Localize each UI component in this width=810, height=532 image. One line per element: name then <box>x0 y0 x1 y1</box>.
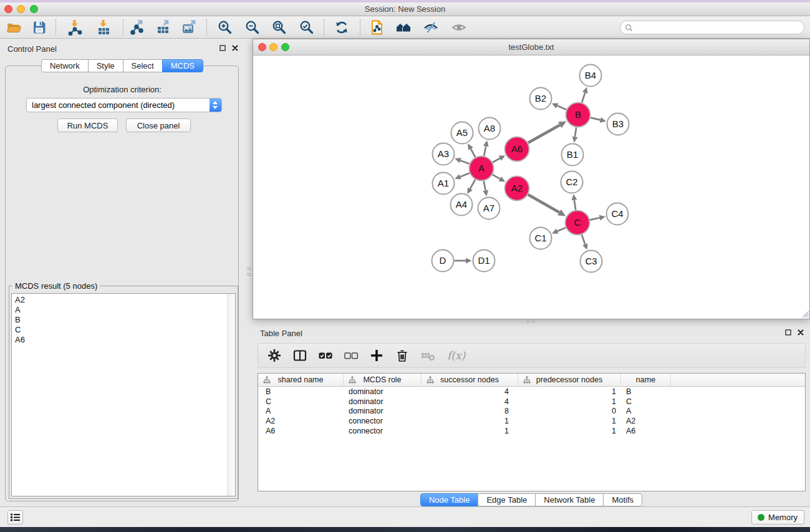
graph-edge[interactable] <box>557 106 567 110</box>
table-cell[interactable]: dominator <box>344 397 422 406</box>
tab-edge-table[interactable]: Edge Table <box>478 493 536 506</box>
close-panel-button[interactable]: Close panel <box>126 118 191 132</box>
import-network-button[interactable] <box>64 19 85 36</box>
table-cell[interactable]: A <box>621 407 671 415</box>
zoom-in-button[interactable] <box>215 19 236 36</box>
search-input[interactable] <box>620 21 804 34</box>
export-network-button[interactable] <box>126 19 147 36</box>
clear-checks-button[interactable] <box>344 348 359 363</box>
graph-edge[interactable] <box>460 173 470 177</box>
graph-edge[interactable] <box>575 127 576 137</box>
table-cell[interactable]: A6 <box>621 427 671 435</box>
refresh-layout-button[interactable] <box>331 19 352 36</box>
network-view-window[interactable]: testGlobe.txt B4B2BB3A8A5A6A3B1AA1C2A2A4… <box>253 39 810 319</box>
hide-details-button[interactable] <box>420 19 441 36</box>
column-header-shared-name[interactable]: shared name <box>258 374 344 386</box>
zoom-fit-button[interactable] <box>269 19 290 36</box>
close-table-panel-icon[interactable] <box>798 329 804 336</box>
table-cell[interactable]: C <box>258 397 344 406</box>
node-table[interactable]: shared nameMCDS rolesuccessor nodesprede… <box>258 373 806 491</box>
table-cell[interactable]: 1 <box>518 387 621 396</box>
table-cell[interactable]: 1 <box>518 397 621 406</box>
graph-edge[interactable] <box>528 195 559 212</box>
table-cell[interactable]: 4 <box>422 397 518 406</box>
table-cell[interactable]: 0 <box>518 407 621 415</box>
graph-edge[interactable] <box>471 148 475 157</box>
graph-edge[interactable] <box>582 235 585 244</box>
table-settings-gear-button[interactable] <box>267 348 282 363</box>
graph-edge[interactable] <box>590 218 600 220</box>
save-session-button[interactable] <box>29 19 50 36</box>
criterion-dropdown[interactable]: largest connected component (directed) <box>26 98 222 112</box>
graph-edge[interactable] <box>484 146 486 155</box>
table-cell[interactable]: B <box>258 387 344 396</box>
network-minimize-button[interactable] <box>269 43 277 51</box>
zoom-window-button[interactable] <box>30 5 38 13</box>
window-resize-grip[interactable] <box>800 309 809 318</box>
tab-network-table[interactable]: Network Table <box>535 493 604 506</box>
tab-network[interactable]: Network <box>41 59 89 72</box>
graph-edge[interactable] <box>591 118 600 120</box>
table-cell[interactable]: connector <box>344 417 422 425</box>
zoom-out-button[interactable] <box>242 19 263 36</box>
tab-node-table[interactable]: Node Table <box>420 493 479 506</box>
result-list-item[interactable]: C <box>15 325 235 335</box>
import-table-button[interactable] <box>93 19 114 36</box>
table-row[interactable]: Adominator80A <box>258 406 805 416</box>
export-image-button[interactable] <box>179 19 200 36</box>
network-canvas[interactable]: B4B2BB3A8A5A6A3B1AA1C2A2A4A7C4CC1C3DD1 <box>253 56 809 318</box>
column-header-name[interactable]: name <box>621 374 671 386</box>
table-cell[interactable]: A <box>258 407 344 415</box>
horizontal-splitter-grip[interactable] <box>527 319 535 323</box>
result-list-item[interactable]: A <box>15 305 235 315</box>
network-close-button[interactable] <box>258 43 266 51</box>
mcds-result-list[interactable]: A2ABCA6 <box>11 293 236 496</box>
table-cell[interactable]: 1 <box>518 427 621 435</box>
column-header-MCDS-role[interactable]: MCDS role <box>344 374 422 386</box>
delete-column-button[interactable] <box>395 348 410 363</box>
graph-edge[interactable] <box>470 180 475 189</box>
result-list-item[interactable]: A6 <box>15 335 235 345</box>
close-panel-icon[interactable] <box>232 45 238 51</box>
table-cell[interactable]: connector <box>344 427 422 435</box>
eye-button[interactable] <box>448 19 470 36</box>
table-cell[interactable]: 1 <box>422 417 518 425</box>
open-file-button[interactable] <box>3 19 24 36</box>
clone-network-button[interactable] <box>367 19 388 36</box>
float-panel-icon[interactable] <box>219 45 226 51</box>
table-row[interactable]: Cdominator41C <box>258 397 805 407</box>
graph-edge[interactable] <box>528 125 560 143</box>
network-graph[interactable]: B4B2BB3A8A5A6A3B1AA1C2A2A4A7C4CC1C3DD1 <box>253 56 809 319</box>
table-cell[interactable]: A2 <box>258 417 344 425</box>
tab-motifs[interactable]: Motifs <box>603 493 642 506</box>
table-cell[interactable]: 1 <box>422 427 518 435</box>
close-window-button[interactable] <box>4 5 12 13</box>
float-table-panel-icon[interactable] <box>785 329 791 336</box>
graph-edge[interactable] <box>493 175 500 179</box>
graph-edge[interactable] <box>574 200 576 210</box>
add-column-button[interactable] <box>369 348 384 363</box>
table-row[interactable]: A6connector11A6 <box>258 426 805 436</box>
column-header-successor-nodes[interactable]: successor nodes <box>422 374 518 386</box>
table-cell[interactable]: dominator <box>344 387 422 396</box>
show-panels-list-button[interactable] <box>7 510 23 525</box>
column-layout-button[interactable] <box>292 348 307 363</box>
main-titlebar[interactable]: Session: New Session <box>0 2 810 16</box>
table-cell[interactable]: 4 <box>422 387 518 396</box>
network-zoom-button[interactable] <box>281 43 289 51</box>
result-list-item[interactable]: A2 <box>15 295 235 305</box>
table-cell[interactable]: dominator <box>344 407 422 415</box>
table-cell[interactable]: C <box>621 397 671 406</box>
network-window-titlebar[interactable]: testGlobe.txt <box>253 39 809 56</box>
table-row[interactable]: A2connector11A2 <box>258 416 805 426</box>
memory-button[interactable]: Memory <box>751 510 804 525</box>
result-list-item[interactable]: B <box>15 315 235 325</box>
table-body[interactable]: Bdominator41BCdominator41CAdominator80AA… <box>258 387 805 435</box>
graph-edge[interactable] <box>460 160 470 164</box>
table-cell[interactable]: A2 <box>621 417 671 425</box>
zoom-selected-button[interactable] <box>296 19 317 36</box>
table-cell[interactable]: B <box>621 387 671 396</box>
table-cell[interactable]: 1 <box>518 417 621 425</box>
tab-select[interactable]: Select <box>123 59 163 72</box>
table-header-row[interactable]: shared nameMCDS rolesuccessor nodesprede… <box>258 374 805 387</box>
